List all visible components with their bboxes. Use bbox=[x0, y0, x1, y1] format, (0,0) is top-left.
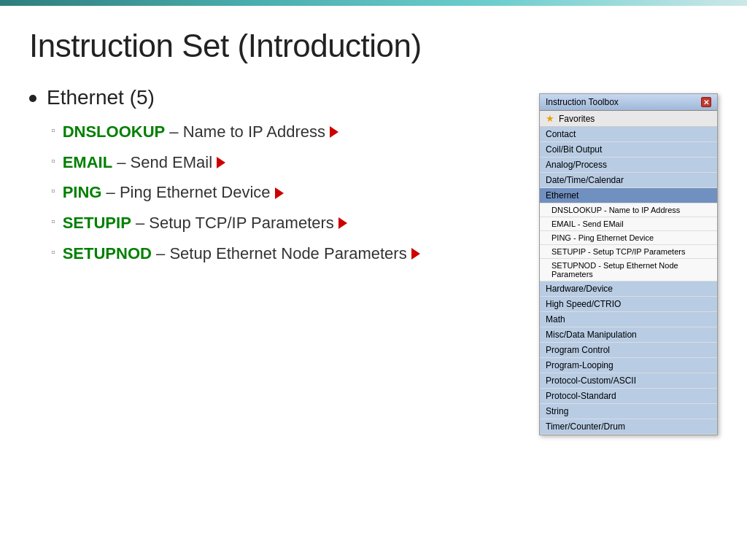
sub-bullet-text: SETUPNOD – Setup Ethernet Node Parameter… bbox=[63, 243, 420, 265]
toolbox-item-string[interactable]: String bbox=[540, 404, 717, 419]
toolbox-header: Instruction Toolbox ✕ bbox=[540, 94, 717, 111]
slide-content: Instruction Set (Introduction) Ethernet … bbox=[0, 6, 747, 560]
description: – Setup TCP/IP Parameters bbox=[131, 214, 334, 232]
arrow-icon bbox=[275, 187, 284, 199]
toolbox-item-setupnod[interactable]: SETUPNOD - Setup Ethernet Node Parameter… bbox=[540, 259, 717, 281]
toolbox-item-datetime[interactable]: Date/Time/Calendar bbox=[540, 173, 717, 188]
arrow-icon bbox=[330, 126, 338, 138]
arrow-icon bbox=[338, 217, 347, 229]
top-bar bbox=[0, 0, 747, 6]
arrow-icon bbox=[411, 248, 420, 260]
list-item: ▫ PING – Ping Ethernet Device bbox=[51, 182, 525, 203]
description: – Setup Ethernet Node Parameters bbox=[152, 244, 407, 262]
toolbox-item-misc[interactable]: Misc/Data Manipulation bbox=[540, 327, 717, 343]
bullet-dot bbox=[29, 95, 36, 102]
toolbox-item-math[interactable]: Math bbox=[540, 312, 717, 327]
sub-marker: ▫ bbox=[51, 214, 55, 230]
sub-bullet-text: SETUPIP – Setup TCP/IP Parameters bbox=[63, 212, 347, 234]
toolbox-item-setupip[interactable]: SETUPIP - Setup TCP/IP Parameters bbox=[540, 245, 717, 259]
favorites-label: Favorites bbox=[559, 114, 595, 124]
bullet-content: Ethernet (5) ▫ DNSLOOKUP – Name to IP Ad… bbox=[29, 86, 525, 273]
toolbox-item-protocol-custom[interactable]: Protocol-Custom/ASCII bbox=[540, 373, 717, 389]
keyword: PING bbox=[63, 183, 102, 201]
toolbox-item-email[interactable]: EMAIL - Send EMail bbox=[540, 217, 717, 231]
toolbox-favorites[interactable]: ★ Favorites bbox=[540, 111, 717, 127]
main-bullet-text: Ethernet (5) bbox=[47, 86, 155, 109]
description: – Name to IP Address bbox=[165, 122, 325, 141]
toolbox-item-ping[interactable]: PING - Ping Ethernet Device bbox=[540, 231, 717, 245]
toolbox-item-contact[interactable]: Contact bbox=[540, 127, 717, 142]
keyword: SETUPIP bbox=[63, 214, 131, 232]
toolbox-item-hardware[interactable]: Hardware/Device bbox=[540, 281, 717, 297]
description: – Send EMail bbox=[112, 153, 212, 171]
toolbox-item-highspeed[interactable]: High Speed/CTRIO bbox=[540, 297, 717, 312]
toolbox-item-ethernet[interactable]: Ethernet bbox=[540, 188, 717, 203]
keyword: SETUPNOD bbox=[63, 244, 152, 262]
description: – Ping Ethernet Device bbox=[101, 183, 270, 201]
toolbox-item-dnslookup[interactable]: DNSLOOKUP - Name to IP Address bbox=[540, 203, 717, 217]
toolbox-item-program-looping[interactable]: Program-Looping bbox=[540, 358, 717, 373]
list-item: ▫ SETUPIP – Setup TCP/IP Parameters bbox=[51, 212, 525, 234]
sub-marker: ▫ bbox=[51, 153, 55, 169]
main-content: Ethernet (5) ▫ DNSLOOKUP – Name to IP Ad… bbox=[29, 86, 718, 435]
toolbox-item-timer[interactable]: Timer/Counter/Drum bbox=[540, 419, 717, 435]
keyword: EMAIL bbox=[63, 153, 112, 171]
arrow-icon bbox=[217, 157, 225, 168]
keyword: DNSLOOKUP bbox=[63, 122, 166, 141]
sub-bullet-list: ▫ DNSLOOKUP – Name to IP Address ▫ EMAIL… bbox=[29, 121, 525, 264]
sub-bullet-text: PING – Ping Ethernet Device bbox=[63, 182, 284, 203]
sub-marker: ▫ bbox=[51, 122, 55, 139]
main-bullet-item: Ethernet (5) bbox=[29, 86, 525, 109]
sub-marker: ▫ bbox=[51, 244, 55, 260]
toolbox-panel: Instruction Toolbox ✕ ★ Favorites Contac… bbox=[539, 93, 718, 435]
list-item: ▫ EMAIL – Send EMail bbox=[51, 152, 525, 174]
toolbox-item-program-control[interactable]: Program Control bbox=[540, 343, 717, 358]
sub-bullet-text: EMAIL – Send EMail bbox=[63, 152, 225, 174]
toolbox-item-coil[interactable]: Coil/Bit Output bbox=[540, 142, 717, 158]
slide-title: Instruction Set (Introduction) bbox=[29, 28, 718, 64]
toolbox-title: Instruction Toolbox bbox=[546, 97, 619, 107]
list-item: ▫ DNSLOOKUP – Name to IP Address bbox=[51, 121, 525, 143]
toolbox-item-analog[interactable]: Analog/Process bbox=[540, 158, 717, 173]
star-icon: ★ bbox=[546, 113, 554, 124]
toolbox-item-protocol-standard[interactable]: Protocol-Standard bbox=[540, 389, 717, 404]
list-item: ▫ SETUPNOD – Setup Ethernet Node Paramet… bbox=[51, 243, 525, 265]
toolbox-close-button[interactable]: ✕ bbox=[701, 97, 711, 107]
sub-marker: ▫ bbox=[51, 183, 55, 199]
sub-bullet-text: DNSLOOKUP – Name to IP Address bbox=[63, 121, 338, 143]
